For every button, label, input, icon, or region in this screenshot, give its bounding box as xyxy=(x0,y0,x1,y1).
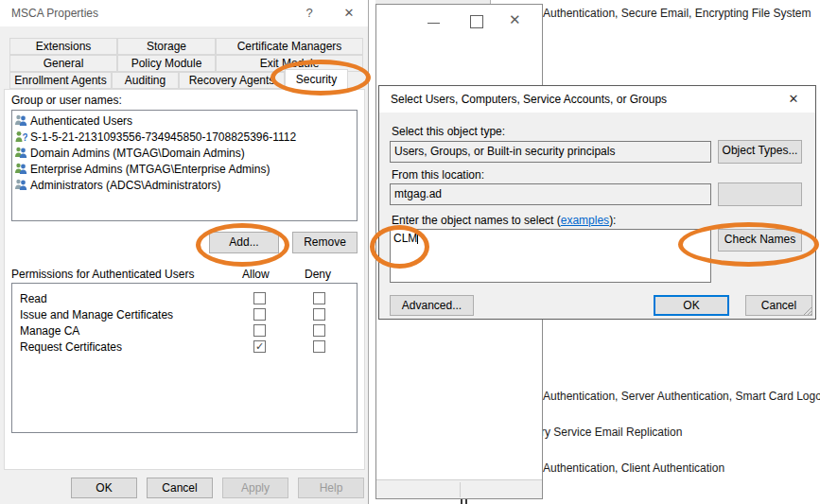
maximize-icon[interactable] xyxy=(470,15,483,28)
allow-column-header: Allow xyxy=(242,268,270,281)
tab-recovery-agents[interactable]: Recovery Agents xyxy=(179,72,285,89)
list-item-administrators[interactable]: Administrators (ADCS\Administrators) xyxy=(12,177,357,193)
allow-checkbox-request-certificates[interactable]: ✓ xyxy=(253,340,266,353)
object-names-input[interactable]: CLM xyxy=(390,229,711,283)
deny-checkbox-request-certificates[interactable] xyxy=(313,340,325,353)
group-icon xyxy=(14,147,27,159)
desktop: Authentication, Secure Email, Encrypting… xyxy=(0,0,820,504)
label-text: ): xyxy=(609,214,616,227)
select-users-dialog: Select Users, Computers, Service Account… xyxy=(378,85,816,320)
permissions-list: Read Issue and Manage Certificates Manag… xyxy=(11,283,358,433)
input-value: CLM xyxy=(393,232,417,245)
object-type-field[interactable]: Users, Groups, or Built-in security prin… xyxy=(390,141,711,163)
status-bar xyxy=(376,479,542,498)
background-text-line: ry Service Email Replication xyxy=(541,426,682,439)
tab-row-3: Enrollment Agents Auditing Recovery Agen… xyxy=(9,72,348,89)
deny-checkbox-issue-manage[interactable] xyxy=(313,308,325,321)
group-icon xyxy=(14,179,27,191)
permission-row-manage-ca: Manage CA xyxy=(12,323,357,339)
tab-row-1: Extensions Storage Certificate Managers xyxy=(9,38,363,55)
permission-row-request-certificates: Request Certificates ✓ xyxy=(12,339,357,356)
minimize-icon[interactable] xyxy=(427,23,440,24)
close-icon[interactable]: ✕ xyxy=(509,10,521,29)
resize-grip[interactable] xyxy=(803,306,812,316)
list-item-label: S-1-5-21-2131093556-734945850-1708825396… xyxy=(30,130,296,144)
title-bar: MSCA Properties ? ✕ xyxy=(0,0,368,26)
text-caret xyxy=(417,233,418,244)
allow-checkbox-read[interactable] xyxy=(253,292,266,304)
check-names-button[interactable]: Check Names xyxy=(718,229,802,252)
location-label: From this location: xyxy=(392,168,484,182)
group-names-label: Group or user names: xyxy=(11,94,122,107)
background-text-line: Authentication, Secure Email, Encrypting… xyxy=(543,7,811,20)
permission-row-read: Read xyxy=(12,291,357,307)
tab-storage[interactable]: Storage xyxy=(117,38,216,55)
apply-button: Apply xyxy=(222,478,288,498)
list-item-unresolved-sid[interactable]: ? S-1-5-21-2131093556-734945850-17088253… xyxy=(12,129,357,145)
tab-enrollment-agents[interactable]: Enrollment Agents xyxy=(9,72,112,89)
tab-policy-module[interactable]: Policy Module xyxy=(117,55,216,72)
locations-button[interactable] xyxy=(718,182,802,206)
deny-column-header: Deny xyxy=(305,268,331,281)
location-field[interactable]: mtgag.ad xyxy=(390,183,711,205)
advanced-button[interactable]: Advanced... xyxy=(390,295,474,316)
close-icon[interactable]: ✕ xyxy=(337,5,361,22)
group-names-list: Authenticated Users ? S-1-5-21-213109355… xyxy=(11,110,358,221)
add-button[interactable]: Add... xyxy=(209,232,279,253)
help-icon[interactable]: ? xyxy=(297,5,322,22)
deny-checkbox-read[interactable] xyxy=(313,292,325,304)
object-type-label: Select this object type: xyxy=(392,125,505,138)
background-text-line: Authentication, Client Authentication xyxy=(543,461,724,475)
ok-button[interactable]: OK xyxy=(71,478,137,498)
permission-label: Manage CA xyxy=(20,324,79,338)
tab-security[interactable]: Security xyxy=(285,69,348,90)
status-bar-divider xyxy=(460,482,461,497)
tab-certificate-managers[interactable]: Certificate Managers xyxy=(216,38,363,55)
title-bar: Select Users, Computers, Service Account… xyxy=(379,86,815,113)
list-item-authenticated-users[interactable]: Authenticated Users xyxy=(12,113,357,129)
permission-row-issue-manage: Issue and Manage Certificates xyxy=(12,307,357,323)
allow-checkbox-manage-ca[interactable] xyxy=(253,324,266,337)
close-icon[interactable]: ✕ xyxy=(783,91,804,108)
list-item-label: Administrators (ADCS\Administrators) xyxy=(30,179,220,192)
unknown-user-icon: ? xyxy=(14,130,27,143)
background-text-line: Authentication, Server Authentication, S… xyxy=(543,390,820,403)
list-item-domain-admins[interactable]: Domain Admins (MTGAG\Domain Admins) xyxy=(12,145,357,161)
label-text: Enter the object names to select ( xyxy=(392,214,561,227)
msca-properties-dialog: MSCA Properties ? ✕ Extensions Storage C… xyxy=(0,0,369,504)
tab-auditing[interactable]: Auditing xyxy=(112,72,179,89)
list-item-label: Domain Admins (MTGAG\Domain Admins) xyxy=(30,147,245,160)
object-names-label: Enter the object names to select (exampl… xyxy=(392,214,616,227)
tab-extensions[interactable]: Extensions xyxy=(9,38,117,55)
list-item-label: Authenticated Users xyxy=(30,114,132,128)
permission-label: Request Certificates xyxy=(20,340,122,354)
clipped-text-fragment xyxy=(461,499,474,504)
allow-checkbox-issue-manage[interactable] xyxy=(253,308,266,321)
cancel-button[interactable]: Cancel xyxy=(147,478,213,498)
remove-button[interactable]: Remove xyxy=(292,232,358,253)
permissions-label: Permissions for Authenticated Users xyxy=(11,268,194,281)
examples-link[interactable]: examples xyxy=(561,214,609,227)
dialog-title: Select Users, Computers, Service Account… xyxy=(391,93,667,106)
deny-checkbox-manage-ca[interactable] xyxy=(313,324,325,337)
ok-button[interactable]: OK xyxy=(654,295,729,316)
group-icon xyxy=(14,114,27,127)
list-item-enterprise-admins[interactable]: Enterprise Admins (MTGAG\Enterprise Admi… xyxy=(12,161,357,177)
help-button[interactable]: Help xyxy=(298,478,364,498)
dialog-title: MSCA Properties xyxy=(11,7,98,20)
list-item-label: Enterprise Admins (MTGAG\Enterprise Admi… xyxy=(30,163,270,176)
svg-text:?: ? xyxy=(23,132,27,143)
group-icon xyxy=(14,163,27,175)
permission-label: Read xyxy=(20,292,47,305)
permission-label: Issue and Manage Certificates xyxy=(20,308,173,322)
tab-general[interactable]: General xyxy=(9,55,117,72)
object-types-button[interactable]: Object Types... xyxy=(718,140,802,164)
